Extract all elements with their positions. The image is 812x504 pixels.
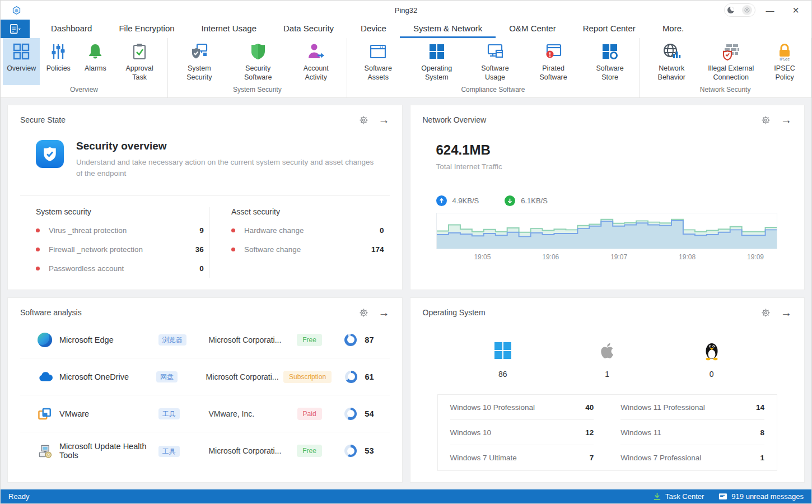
security-shield-icon <box>36 140 64 168</box>
menubar: Dashboard File Encryption Internet Usage… <box>1 20 811 38</box>
open-card-arrow-icon[interactable]: → <box>781 114 792 125</box>
ribbon-item-software-usage[interactable]: Software Usage <box>466 38 524 85</box>
traffic-area-chart <box>436 213 778 249</box>
tab-system-network[interactable]: System & Network <box>400 20 496 38</box>
x-tick: 19:09 <box>747 253 764 261</box>
main-menu-button[interactable] <box>1 20 30 38</box>
tab-internet-usage[interactable]: Internet Usage <box>188 20 270 38</box>
settings-gear-icon[interactable] <box>359 308 368 318</box>
settings-gear-icon[interactable] <box>359 115 368 125</box>
wall-shield-icon <box>721 42 740 61</box>
ribbon-item-ipsec-policy[interactable]: IPSec IPSEC Policy <box>760 38 809 85</box>
platform-count: 0 <box>710 370 714 379</box>
list-item[interactable]: Software change174 <box>231 240 384 259</box>
minimize-button[interactable]: — <box>759 2 781 18</box>
platform-apple: 1 <box>596 339 618 379</box>
open-card-arrow-icon[interactable]: → <box>379 307 390 318</box>
unread-messages-button[interactable]: 919 unread messages <box>718 492 804 501</box>
moon-icon <box>727 7 734 13</box>
software-vendor: Microsoft Corporati... <box>208 446 287 455</box>
card-secure-state: Secure State → Security overview Underst… <box>7 105 403 290</box>
ribbon-item-account-activity[interactable]: Account Activity <box>288 38 344 85</box>
tab-more[interactable]: More. <box>649 20 697 38</box>
ribbon-item-overview[interactable]: Overview <box>3 38 40 85</box>
ribbon-item-network-behavior[interactable]: Network Behavior <box>642 38 701 85</box>
onedrive-app-icon <box>37 369 53 385</box>
software-row-onedrive[interactable]: Microsoft OneDrive 网盘 Microsoft Corporat… <box>20 358 390 395</box>
category-tag: 浏览器 <box>158 334 186 346</box>
dashboard-content: Secure State → Security overview Underst… <box>1 98 811 489</box>
license-badge: Subscription <box>283 371 332 383</box>
monitor-window-icon <box>486 42 505 61</box>
license-badge: Free <box>297 334 322 346</box>
tab-dashboard[interactable]: Dashboard <box>38 20 105 38</box>
ribbon-item-operating-system[interactable]: Operating System <box>407 38 466 85</box>
ribbon-group-system-security: System Security Security Software Accoun… <box>168 38 347 97</box>
software-row-update-health-tools[interactable]: Microsoft Update Health Tools 工具 Microso… <box>20 432 390 469</box>
usage-ring-chart <box>344 445 357 457</box>
table-row: Windows 118 <box>620 420 764 445</box>
asset-security-title: Asset security <box>231 207 384 216</box>
software-row-edge[interactable]: Microsoft Edge 浏览器 Microsoft Corporati..… <box>20 321 390 358</box>
vmware-app-icon <box>37 406 53 422</box>
system-security-title: System security <box>36 207 204 216</box>
platform-count: 1 <box>605 370 609 379</box>
globe-chart-icon <box>662 42 681 61</box>
tab-report-center[interactable]: Report Center <box>570 20 649 38</box>
security-overview-description: Understand and take necessary action on … <box>76 157 379 179</box>
task-center-button[interactable]: Task Center <box>653 492 704 501</box>
ribbon-item-security-software[interactable]: Security Software <box>228 38 288 85</box>
ribbon-group-overview: Overview Policies Alarms Approval Task O… <box>1 38 168 97</box>
ribbon-item-system-security[interactable]: System Security <box>170 38 228 85</box>
upload-arrow-icon <box>436 195 447 206</box>
statusbar: Ready Task Center 919 unread messages <box>1 489 811 503</box>
list-item[interactable]: Virus _threat protection9 <box>36 221 204 240</box>
ribbon-group-network-security: Network Behavior Illegal External Connec… <box>640 38 811 97</box>
table-row: Windows 1012 <box>450 420 594 445</box>
open-card-arrow-icon[interactable]: → <box>379 114 390 125</box>
software-vendor: Microsoft Corporati... <box>208 335 287 344</box>
red-dot-icon <box>36 248 40 251</box>
ribbon-item-software-assets[interactable]: Software Assets <box>349 38 407 85</box>
close-button[interactable]: × <box>785 2 807 18</box>
total-traffic-label: Total Internet Traffic <box>436 162 792 171</box>
install-count: 61 <box>357 372 374 381</box>
list-item[interactable]: Firewall _network protection36 <box>36 240 204 259</box>
windows-logo-icon <box>492 339 514 362</box>
settings-gear-icon[interactable] <box>761 308 771 318</box>
tab-data-security[interactable]: Data Security <box>270 20 347 38</box>
software-analysis-title: Software analysis <box>20 308 82 317</box>
theme-toggle[interactable] <box>724 3 755 17</box>
open-card-arrow-icon[interactable]: → <box>781 307 792 318</box>
ribbon-item-approval-task[interactable]: Approval Task <box>114 38 165 85</box>
ribbon-item-policies[interactable]: Policies <box>40 38 77 85</box>
tab-device[interactable]: Device <box>347 20 400 38</box>
svg-text:IPSec: IPSec <box>780 57 790 61</box>
ribbon-item-pirated-software[interactable]: Pirated Software <box>524 38 583 85</box>
installer-app-icon <box>37 443 53 459</box>
ribbon-item-alarms[interactable]: Alarms <box>77 38 114 85</box>
platform-windows: 86 <box>492 339 514 379</box>
edge-app-icon <box>37 332 53 348</box>
red-dot-icon <box>231 248 235 251</box>
ribbon-item-software-store[interactable]: Software Store <box>583 38 637 85</box>
app-window: Ping32 — × Dashboard File Encryption Int… <box>0 0 812 504</box>
divider <box>20 195 390 196</box>
table-row: Windows 7 Professional1 <box>620 445 764 470</box>
list-item[interactable]: Passwordless account0 <box>36 259 204 278</box>
sliders-icon <box>49 42 68 61</box>
tab-file-encryption[interactable]: File Encryption <box>105 20 188 38</box>
asset-security-column: Asset security Hardware change0 Software… <box>209 207 390 278</box>
ribbon-item-illegal-external-connection[interactable]: Illegal External Connection <box>701 38 760 85</box>
software-row-vmware[interactable]: VMware 工具 VMware, Inc. Paid 54 <box>20 395 390 432</box>
red-dot-icon <box>231 228 235 232</box>
table-row: Windows 10 Professional40 <box>450 395 594 420</box>
settings-gear-icon[interactable] <box>761 115 771 125</box>
total-traffic-value: 624.1MB <box>436 142 792 158</box>
tab-om-center[interactable]: O&M Center <box>496 20 569 38</box>
x-tick: 19:08 <box>679 253 696 261</box>
metric-value: 0 <box>199 264 204 273</box>
list-item[interactable]: Hardware change0 <box>231 221 384 240</box>
window-icon <box>368 42 388 61</box>
metric-value: 174 <box>371 245 384 254</box>
